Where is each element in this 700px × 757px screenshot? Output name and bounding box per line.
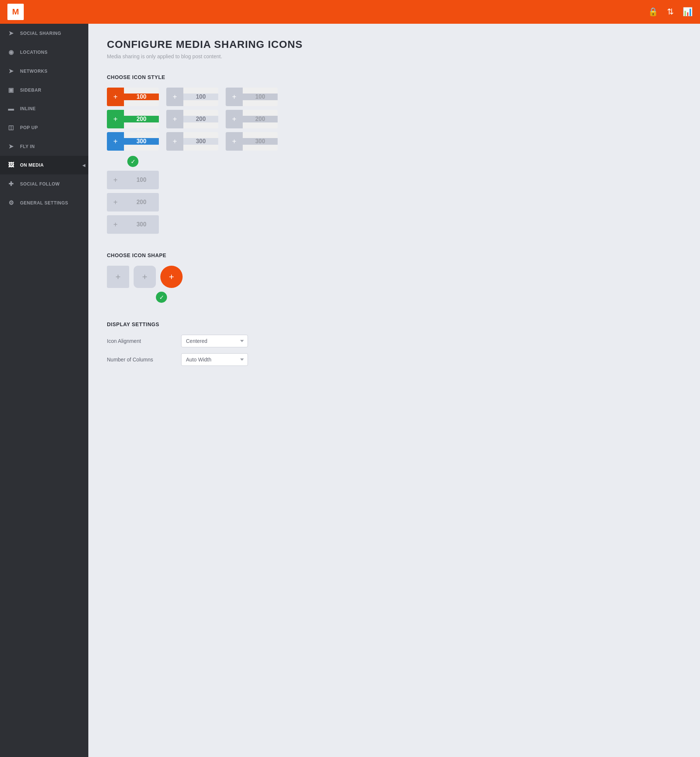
icon-style-label: 300 [124, 221, 159, 228]
sidebar-item-popup[interactable]: ◫ Pop Up [0, 118, 88, 137]
sidebar-item-sidebar[interactable]: ▣ Sidebar [0, 81, 88, 100]
inline-icon: ▬ [8, 105, 15, 112]
sidebar-item-social-sharing[interactable]: ➤ Social Sharing [0, 24, 88, 43]
icon-style-btn-split-200[interactable]: + 200 [166, 110, 218, 128]
sidebar-icon: ▣ [8, 86, 15, 94]
sidebar-item-locations[interactable]: ◉ Locations [0, 43, 88, 62]
icon-style-plus-icon: + [166, 110, 183, 128]
shape-btn-rounded[interactable]: + [134, 266, 156, 288]
icon-style-plus-icon: + [226, 132, 243, 151]
icon-style-plus-icon: + [226, 87, 243, 106]
icon-style-btn-split-300[interactable]: + 300 [166, 132, 218, 151]
content-area: Configure Media Sharing Icons Media shar… [88, 24, 700, 757]
fly-in-icon: ➤ [8, 143, 15, 150]
icon-style-plus-icon: + [107, 193, 124, 212]
icon-style-btn-green-200[interactable]: + 200 [107, 110, 159, 128]
icon-style-btn-orange-100[interactable]: + 100 [107, 87, 159, 106]
users-icon[interactable]: ⇅ [667, 7, 673, 17]
icon-style-btn-icon-100[interactable]: + 100 [107, 171, 159, 189]
general-settings-icon: ⚙ [8, 199, 15, 206]
sidebar-label-locations: Locations [20, 50, 47, 55]
icon-style-btn-icon-300[interactable]: + 300 [107, 215, 159, 234]
page-title: Configure Media Sharing Icons [107, 39, 681, 50]
shape-btn-square[interactable]: + [107, 266, 129, 288]
shape-btn-circle[interactable]: + [160, 266, 183, 288]
icon-style-plus-icon: + [107, 110, 124, 128]
lock-icon[interactable]: 🔒 [648, 7, 658, 17]
icon-shape-section: Choose Icon Shape + + + ✓ [107, 252, 681, 303]
icon-style-plus-icon: + [226, 110, 243, 128]
networks-icon: ➤ [8, 67, 15, 75]
icon-style-btn-flat-300[interactable]: + 300 [226, 132, 278, 151]
icon-style-label: 200 [124, 116, 159, 122]
icon-style-btn-split-100[interactable]: + 100 [166, 87, 218, 106]
icon-style-btn-flat-200[interactable]: + 200 [226, 110, 278, 128]
num-columns-row: Number of Columns Auto Width 1 2 3 4 5 6 [107, 353, 681, 366]
icon-style-plus-icon: + [166, 132, 183, 151]
sidebar-item-on-media[interactable]: 🖼 On Media [0, 156, 88, 175]
icon-style-col3: + 100 + 200 + 300 [226, 87, 278, 151]
sidebar-label-sidebar: Sidebar [20, 87, 42, 93]
page-subtitle: Media sharing is only applied to blog po… [107, 53, 681, 59]
icon-style-plus-icon: + [166, 87, 183, 106]
sidebar-item-general-settings[interactable]: ⚙ General Settings [0, 194, 88, 212]
icon-style-col1: + 100 + 200 + 300 ✓ [107, 87, 159, 167]
icon-alignment-label: Icon Alignment [107, 338, 181, 344]
display-settings-title: Display Settings [107, 322, 681, 327]
icon-style-label: 200 [183, 116, 218, 122]
icon-style-label: 200 [124, 199, 159, 206]
icon-alignment-select[interactable]: Left Centered Right [181, 335, 248, 347]
icon-style-plus-icon: + [107, 215, 124, 234]
chart-icon[interactable]: 📊 [683, 7, 692, 17]
num-columns-select[interactable]: Auto Width 1 2 3 4 5 6 [181, 353, 248, 366]
num-columns-label: Number of Columns [107, 357, 181, 362]
col1-checkmark-container: ✓ [107, 156, 159, 167]
shape-checkmark-container: ✓ [107, 292, 681, 303]
header-icons: 🔒 ⇅ 📊 [648, 7, 692, 17]
icon-style-title: Choose Icon Style [107, 74, 681, 80]
shape-plus-icon: + [116, 272, 120, 282]
shape-plus-icon: + [169, 272, 174, 282]
icon-style-label: 100 [183, 94, 218, 100]
icon-style-btn-flat-100[interactable]: + 100 [226, 87, 278, 106]
icon-style-label: 100 [124, 94, 159, 100]
sidebar-label-social-sharing: Social Sharing [20, 31, 61, 36]
icon-style-plus-icon: + [107, 132, 124, 151]
icon-style-label: 100 [243, 94, 278, 100]
icon-style-section: Choose Icon Style + 100 + 200 + 300 [107, 74, 681, 234]
icon-style-label: 300 [183, 138, 218, 145]
main-layout: ➤ Social Sharing ◉ Locations ➤ Networks … [0, 24, 700, 757]
shape-checkmark: ✓ [156, 292, 167, 303]
locations-icon: ◉ [8, 48, 15, 56]
display-settings-section: Display Settings Icon Alignment Left Cen… [107, 322, 681, 366]
icon-style-label: 300 [243, 138, 278, 145]
popup-icon: ◫ [8, 124, 15, 131]
icon-style-label: 200 [243, 116, 278, 122]
icon-alignment-row: Icon Alignment Left Centered Right [107, 335, 681, 347]
sidebar: ➤ Social Sharing ◉ Locations ➤ Networks … [0, 24, 88, 757]
sidebar-item-inline[interactable]: ▬ Inline [0, 100, 88, 118]
sidebar-label-social-follow: Social Follow [20, 181, 60, 187]
icon-style-plus-icon: + [107, 87, 124, 106]
sidebar-label-fly-in: Fly In [20, 144, 35, 149]
sidebar-item-social-follow[interactable]: ✚ Social Follow [0, 175, 88, 194]
sidebar-label-inline: Inline [20, 106, 36, 111]
icon-shape-row: + + + [107, 266, 681, 288]
icon-shape-title: Choose Icon Shape [107, 252, 681, 258]
icon-style-btn-icon-200[interactable]: + 200 [107, 193, 159, 212]
icon-style-label: 300 [124, 138, 159, 145]
sidebar-label-popup: Pop Up [20, 125, 38, 130]
sidebar-label-on-media: On Media [20, 162, 44, 168]
sidebar-label-networks: Networks [20, 69, 47, 74]
icon-style-col2: + 100 + 200 + 300 [166, 87, 218, 151]
logo[interactable]: M [8, 4, 24, 20]
icon-style-btn-blue-300[interactable]: + 300 [107, 132, 159, 151]
icon-style-plus-icon: + [107, 171, 124, 189]
sidebar-item-fly-in[interactable]: ➤ Fly In [0, 137, 88, 156]
top-header: M 🔒 ⇅ 📊 [0, 0, 700, 24]
sidebar-label-general-settings: General Settings [20, 200, 68, 206]
social-follow-icon: ✚ [8, 180, 15, 187]
on-media-icon: 🖼 [8, 162, 15, 169]
shape-plus-icon: + [142, 272, 147, 282]
sidebar-item-networks[interactable]: ➤ Networks [0, 62, 88, 81]
